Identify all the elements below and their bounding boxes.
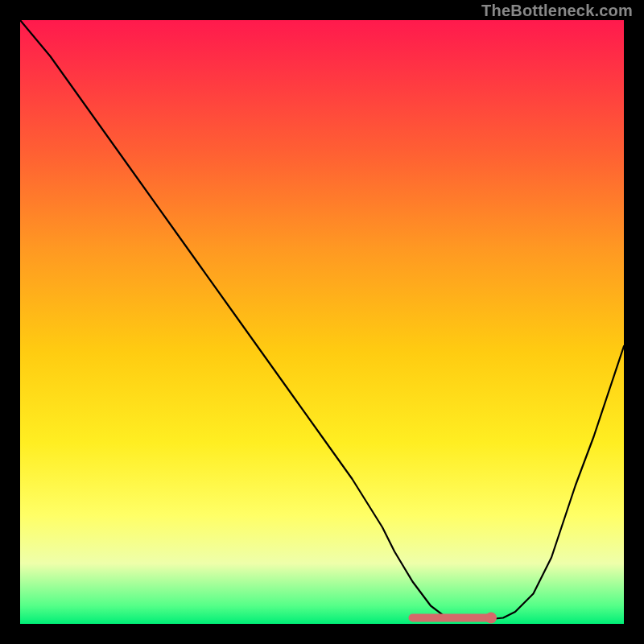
sweetspot-point [485,613,497,624]
chart-stage: TheBottleneck.com [0,0,644,644]
curve-layer [20,20,624,624]
plot-area [20,20,624,624]
watermark-text: TheBottleneck.com [481,2,633,20]
bottleneck-curve [20,20,624,619]
